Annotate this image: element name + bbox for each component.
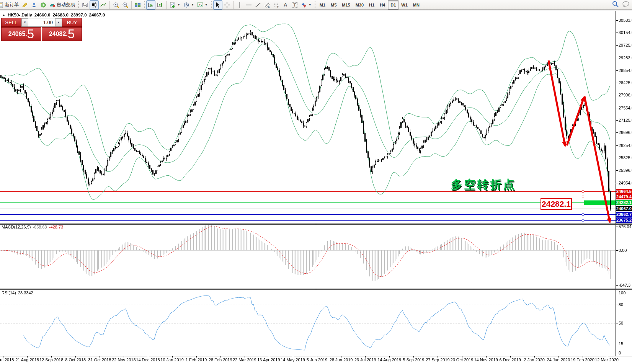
signals-button[interactable]: [39, 0, 48, 10]
volume-increase-button[interactable]: ▲: [55, 18, 62, 26]
ohlc-close: 24067.0: [89, 13, 105, 17]
rsi-axis-label: 80: [619, 302, 623, 307]
chart-candles-button[interactable]: [90, 0, 99, 10]
chart-title: ▲ HK50-,Daily 24660.0 24683.0 23997.0 24…: [2, 13, 105, 17]
buy-button[interactable]: BUY: [62, 18, 82, 27]
arrows-button[interactable]: ▼: [299, 0, 313, 10]
mql5-community-icon: [31, 2, 37, 8]
templates-button[interactable]: ▼: [196, 0, 209, 10]
price-digits: 24082: [49, 28, 66, 40]
metaeditor-button[interactable]: [20, 0, 29, 10]
channel-icon: E: [264, 2, 270, 8]
autoscroll-button[interactable]: [146, 0, 155, 10]
autotrade-button[interactable]: 自动交易: [48, 0, 77, 10]
price-axis-label: 26696.0: [619, 130, 632, 135]
ohlc-low: 23997.0: [71, 13, 87, 17]
date-axis-label: 12 Sep 2018: [39, 357, 63, 362]
crosshair-button[interactable]: [222, 0, 232, 10]
search-icon[interactable]: [612, 1, 619, 7]
chart-canvas[interactable]: [0, 11, 632, 364]
symbol-period: HK50-,Daily: [8, 13, 32, 17]
new-order-label: 新订单: [5, 2, 19, 8]
mql5-community-button[interactable]: [29, 0, 39, 10]
price-axis-label: 27996.0: [619, 93, 632, 97]
chart-bars-icon: [82, 2, 88, 8]
fibonacci-button[interactable]: F: [272, 0, 281, 10]
chart-shift-button[interactable]: [155, 0, 165, 10]
price-digits: 24065: [8, 28, 26, 40]
date-axis-label: 14 Nov 2019: [474, 357, 498, 362]
new-order-icon: [0, 2, 4, 8]
rsi-label: RSI(14)28.3342: [2, 291, 33, 295]
price-axis-label: 28854.0: [619, 68, 632, 73]
add-indicator-button[interactable]: ▼: [168, 0, 182, 10]
date-axis-label: 8 Oct 2018: [65, 357, 86, 362]
trading-terminal-window: 新订单 自动交易 ▼ ▼ ▼ E F A T ▼: [0, 0, 632, 364]
price-axis-label: 30154.0: [619, 30, 632, 35]
buy-price[interactable]: 24082 .5: [42, 27, 82, 41]
price-level-tag: 23675.2: [616, 217, 632, 223]
timeframe-w1[interactable]: W1: [398, 0, 410, 10]
date-axis-label: 27 Sep 2019: [426, 357, 449, 362]
chart-area: ▲ HK50-,Daily 24660.0 24683.0 23997.0 24…: [0, 11, 632, 364]
metaeditor-icon: [22, 2, 28, 8]
periods-button[interactable]: ▼: [182, 0, 196, 10]
ohlc-open: 24660.0: [34, 13, 51, 17]
timeframe-mn[interactable]: MN: [410, 0, 422, 10]
date-axis-label: 12 Mar 2020: [595, 357, 619, 362]
price-digits: 5: [68, 28, 75, 40]
channel-button[interactable]: E: [263, 0, 272, 10]
autoscroll-icon: [148, 2, 154, 8]
date-axis-label: 14 May 2019: [281, 357, 305, 362]
cursor-button[interactable]: [213, 0, 222, 10]
trendline-button[interactable]: [253, 0, 263, 10]
hline-button[interactable]: [244, 0, 253, 10]
zoom-in-button[interactable]: [111, 0, 121, 10]
text-button[interactable]: A: [281, 0, 290, 10]
turning-point-annotation: 多空转折点: [451, 177, 516, 193]
vline-button[interactable]: [235, 0, 244, 10]
add-indicator-icon: [170, 2, 176, 8]
signals-icon: [40, 2, 46, 8]
text-label-button[interactable]: T: [290, 0, 299, 10]
date-axis-label: 1 Feb 2019: [186, 357, 207, 362]
periods-icon: [183, 2, 189, 8]
timeframe-m1[interactable]: M1: [317, 0, 328, 10]
date-axis-label: 24 Jan 2020: [547, 357, 570, 362]
date-axis-label: 22 Nov 2018: [112, 357, 136, 362]
fibonacci-icon: F: [273, 2, 279, 8]
timeframe-m30[interactable]: M30: [353, 0, 366, 10]
price-level-tag: 24479.4: [616, 194, 632, 199]
text-label-icon: T: [292, 2, 297, 8]
chat-icon[interactable]: [622, 1, 630, 7]
price-level-tag: 24664.5: [616, 189, 632, 194]
timeframe-m5[interactable]: M5: [328, 0, 339, 10]
chart-bars-button[interactable]: [80, 0, 90, 10]
date-axis-label: 23 Jul 2019: [354, 357, 376, 362]
autotrade-label: 自动交易: [57, 2, 75, 8]
date-axis-label: 22 Mar 2019: [233, 357, 256, 362]
volume-input[interactable]: [28, 18, 55, 26]
macd-axis-label: -847.3: [619, 283, 630, 287]
svg-text:F: F: [277, 5, 279, 8]
volume-decrease-button[interactable]: ▼: [21, 18, 28, 26]
zoom-out-button[interactable]: [121, 0, 130, 10]
timeframe-bar: M1M5M15M30H1H4D1W1MN: [317, 0, 422, 10]
tile-windows-button[interactable]: [133, 0, 142, 10]
price-axis-label: 28425.0: [619, 80, 632, 85]
chart-line-button[interactable]: [99, 0, 108, 10]
templates-icon: [197, 2, 203, 8]
timeframe-d1[interactable]: D1: [388, 0, 398, 10]
expand-triangle-icon: ▲: [2, 13, 5, 17]
chart-candles-icon: [91, 2, 97, 8]
price-axis-label: 27554.0: [619, 106, 632, 110]
timeframe-h1[interactable]: H1: [366, 0, 377, 10]
timeframe-m15[interactable]: M15: [339, 0, 353, 10]
sell-button[interactable]: SELL: [1, 18, 21, 27]
timeframe-h4[interactable]: H4: [377, 0, 388, 10]
rsi-axis-label: 50: [619, 321, 623, 325]
new-order-button[interactable]: 新订单: [0, 0, 20, 10]
chevron-down-icon: ▼: [191, 3, 194, 7]
sell-price[interactable]: 24065 .5: [1, 27, 41, 41]
price-axis-label: 27125.0: [619, 118, 632, 122]
